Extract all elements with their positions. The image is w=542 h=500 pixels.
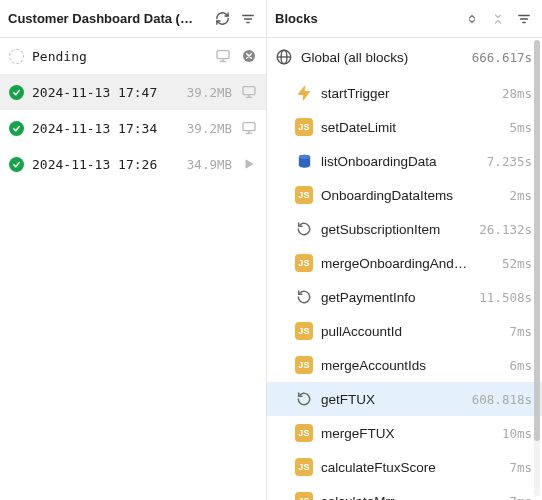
status-pending-icon	[8, 48, 24, 64]
blocks-pane: Blocks Global (all blocks) 666.617s star…	[267, 0, 542, 500]
block-time: 52ms	[502, 256, 532, 271]
refresh-icon	[295, 220, 313, 238]
js-icon: JS	[295, 118, 313, 136]
refresh-icon	[295, 288, 313, 306]
js-icon: JS	[295, 424, 313, 442]
block-row[interactable]: JSmergeFTUX10ms	[267, 416, 542, 450]
filter-icon[interactable]	[514, 9, 534, 29]
svg-marker-13	[246, 159, 254, 168]
block-global-time: 666.617s	[472, 50, 532, 65]
block-row[interactable]: JSmergeAccountIds6ms	[267, 348, 542, 382]
svg-point-22	[298, 154, 309, 159]
monitor-icon[interactable]	[240, 83, 258, 101]
run-timestamp: 2024-11-13 17:47	[32, 85, 179, 100]
run-row[interactable]: Pending	[0, 38, 266, 74]
globe-icon	[275, 48, 293, 66]
block-row[interactable]: JSmergeOnboardingAnd…52ms	[267, 246, 542, 280]
close-icon[interactable]	[240, 47, 258, 65]
run-size: 39.2MB	[187, 121, 232, 136]
filter-icon[interactable]	[238, 9, 258, 29]
monitor-icon[interactable]	[240, 119, 258, 137]
block-name: calculateMrr	[321, 494, 501, 501]
block-name: mergeAccountIds	[321, 358, 501, 373]
svg-rect-10	[243, 123, 255, 131]
block-name: setDateLimit	[321, 120, 501, 135]
block-row[interactable]: getPaymentInfo11.508s	[267, 280, 542, 314]
run-row[interactable]: 2024-11-13 17:2634.9MB	[0, 146, 266, 182]
status-success-icon	[8, 84, 24, 100]
runs-header: Customer Dashboard Data (…	[0, 0, 266, 38]
block-global-row[interactable]: Global (all blocks) 666.617s	[267, 38, 542, 76]
block-row[interactable]: getSubscriptionItem26.132s	[267, 212, 542, 246]
block-time: 2ms	[509, 188, 532, 203]
scrollbar-thumb[interactable]	[534, 40, 540, 441]
run-size: 34.9MB	[187, 157, 232, 172]
run-row[interactable]: 2024-11-13 17:3439.2MB	[0, 110, 266, 146]
block-name: mergeFTUX	[321, 426, 494, 441]
scrollbar-track[interactable]	[534, 40, 540, 496]
run-timestamp: 2024-11-13 17:34	[32, 121, 179, 136]
block-time: 5ms	[509, 120, 532, 135]
block-time: 11.508s	[479, 290, 532, 305]
refresh-icon	[295, 390, 313, 408]
block-name: calculateFtuxScore	[321, 460, 501, 475]
js-icon: JS	[295, 186, 313, 204]
block-time: 28ms	[502, 86, 532, 101]
block-time: 26.132s	[479, 222, 532, 237]
block-row[interactable]: JScalculateMrr7ms	[267, 484, 542, 500]
block-time: 6ms	[509, 358, 532, 373]
runs-pane: Customer Dashboard Data (… Pending2024-1…	[0, 0, 267, 500]
runs-title: Customer Dashboard Data (…	[8, 11, 206, 26]
block-row[interactable]: startTrigger28ms	[267, 76, 542, 110]
bolt-icon	[295, 84, 313, 102]
block-name: getSubscriptionItem	[321, 222, 471, 237]
block-row[interactable]: JSsetDateLimit5ms	[267, 110, 542, 144]
run-timestamp: Pending	[32, 49, 206, 64]
js-icon: JS	[295, 322, 313, 340]
play-icon[interactable]	[240, 155, 258, 173]
blocks-header: Blocks	[267, 0, 542, 38]
svg-rect-7	[243, 87, 255, 95]
block-time: 10ms	[502, 426, 532, 441]
block-name: listOnboardingData	[321, 154, 479, 169]
block-name: getFTUX	[321, 392, 464, 407]
status-success-icon	[8, 156, 24, 172]
js-icon: JS	[295, 254, 313, 272]
run-size: 39.2MB	[187, 85, 232, 100]
block-row[interactable]: JSOnboardingDataItems2ms	[267, 178, 542, 212]
block-time: 7ms	[509, 324, 532, 339]
sort-icon[interactable]	[462, 9, 482, 29]
block-time: 7.235s	[487, 154, 532, 169]
svg-marker-20	[299, 86, 310, 99]
run-timestamp: 2024-11-13 17:26	[32, 157, 179, 172]
js-icon: JS	[295, 492, 313, 500]
block-name: mergeOnboardingAnd…	[321, 256, 494, 271]
block-time: 7ms	[509, 494, 532, 501]
monitor-icon[interactable]	[214, 47, 232, 65]
database-icon	[295, 152, 313, 170]
block-row[interactable]: JScalculateFtuxScore7ms	[267, 450, 542, 484]
block-name: startTrigger	[321, 86, 494, 101]
block-time: 7ms	[509, 460, 532, 475]
js-icon: JS	[295, 356, 313, 374]
collapse-icon[interactable]	[488, 9, 508, 29]
block-name: OnboardingDataItems	[321, 188, 501, 203]
block-row[interactable]: JSpullAccountId7ms	[267, 314, 542, 348]
block-name: getPaymentInfo	[321, 290, 471, 305]
block-time: 608.818s	[472, 392, 532, 407]
blocks-title: Blocks	[275, 11, 456, 26]
blocks-list: Global (all blocks) 666.617s startTrigge…	[267, 38, 542, 500]
refresh-icon[interactable]	[212, 9, 232, 29]
run-row[interactable]: 2024-11-13 17:4739.2MB	[0, 74, 266, 110]
js-icon: JS	[295, 458, 313, 476]
status-success-icon	[8, 120, 24, 136]
runs-list: Pending2024-11-13 17:4739.2MB2024-11-13 …	[0, 38, 266, 500]
block-row[interactable]: getFTUX608.818s	[267, 382, 542, 416]
block-global-label: Global (all blocks)	[301, 50, 464, 65]
block-row[interactable]: listOnboardingData7.235s	[267, 144, 542, 178]
svg-rect-3	[217, 51, 229, 59]
block-name: pullAccountId	[321, 324, 501, 339]
